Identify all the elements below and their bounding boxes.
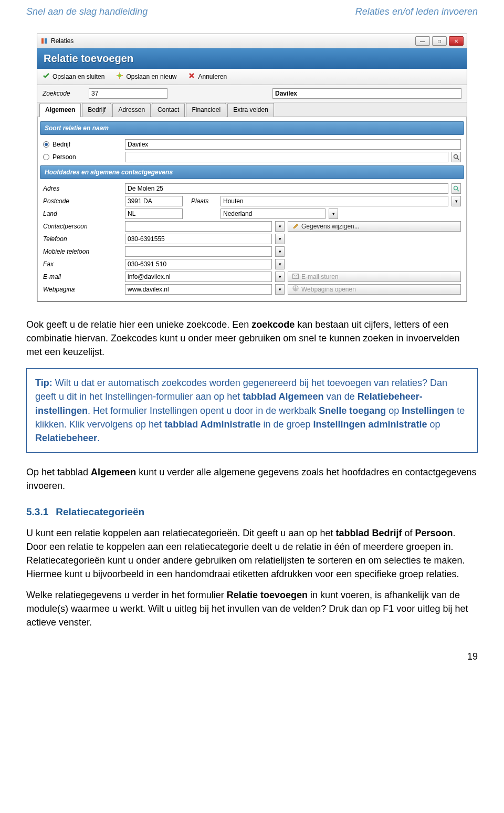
fax-dropdown[interactable]: ▾ [275,259,285,269]
radio-persoon-label: Persoon [52,153,76,161]
paragraph-modules: Welke relatiegegevens u verder in het fo… [26,588,478,629]
plaats-input[interactable] [220,196,448,206]
mail-icon [292,273,299,281]
tab-extra[interactable]: Extra velden [227,103,274,117]
globe-icon [292,285,299,294]
web-label: Webpagina [43,285,122,294]
adres-lookup-button[interactable] [452,183,461,194]
fax-label: Fax [43,260,122,268]
svg-rect-1 [45,38,47,44]
telefoon-input[interactable] [125,234,272,244]
maximize-button[interactable]: □ [432,36,447,46]
cancel-button[interactable]: Annuleren [188,72,227,81]
tab-algemeen[interactable]: Algemeen [39,103,81,117]
svg-line-6 [457,190,459,191]
email-send-label: E-mail sturen [301,273,339,281]
row-persoon: Persoon [40,151,464,163]
minimize-button[interactable]: — [415,36,430,46]
titlebar: Relaties — □ ✕ [37,34,467,48]
window-title: Relaties [51,37,74,45]
telefoon-label: Telefoon [43,235,122,243]
email-input[interactable] [125,272,272,282]
radio-persoon[interactable] [43,154,49,160]
postcode-label: Postcode [43,197,122,205]
postcode-input[interactable] [125,196,183,206]
tab-bedrijf[interactable]: Bedrijf [82,103,111,117]
section-heading: 5.3.1 Relatiecategorieën [26,505,478,519]
paragraph-algemeen: Op het tabblad Algemeen kunt u verder al… [26,465,478,493]
paragraph-categorieen: U kunt een relatie koppelen aan relatiec… [26,526,478,581]
row-telefoon: Telefoon ▾ [40,233,464,245]
mobiel-input[interactable] [125,246,272,257]
contact-dropdown[interactable]: ▾ [275,221,285,232]
adres-label: Adres [43,184,122,193]
plaats-label: Plaats [186,197,217,205]
email-send-button[interactable]: E-mail sturen [288,272,461,282]
check-icon [43,72,50,81]
web-input[interactable] [125,284,272,295]
persoon-name-input[interactable] [125,152,448,162]
page-number: 19 [26,650,478,663]
row-email: E-mail ▾ E-mail sturen [40,270,464,283]
row-land: Land ▾ [40,207,464,220]
row-mobiel: Mobiele telefoon ▾ [40,245,464,258]
web-open-button[interactable]: Webpagina openen [288,284,461,295]
row-web: Webpagina ▾ Webpagina openen [40,283,464,296]
cancel-label: Annuleren [198,72,227,81]
pencil-icon [292,222,299,231]
zoekcode-name-input[interactable] [272,88,461,99]
svg-point-3 [454,154,458,158]
email-dropdown[interactable]: ▾ [275,272,285,282]
row-fax: Fax ▾ [40,258,464,270]
app-window: Relaties — □ ✕ Relatie toevoegen Opslaan… [37,34,467,302]
svg-point-2 [118,74,121,77]
telefoon-dropdown[interactable]: ▾ [275,234,285,244]
land-label: Land [43,210,122,218]
gegevens-label: Gegevens wijzigen... [301,222,360,231]
tab-contact[interactable]: Contact [152,103,185,117]
contact-input[interactable] [125,221,272,232]
land-dropdown[interactable]: ▾ [329,209,338,219]
zoekcode-label: Zoekcode [43,89,85,98]
save-new-button[interactable]: Opslaan en nieuw [116,72,176,81]
paragraph-zoekcode: Ook geeft u de relatie hier een unieke z… [26,318,478,359]
mobiel-dropdown[interactable]: ▾ [275,246,285,257]
section-hoofdadres: Hoofdadres en algemene contactgegevens [40,165,464,179]
persoon-lookup-button[interactable] [452,152,461,162]
tab-adressen[interactable]: Adressen [112,103,151,117]
save-new-label: Opslaan en nieuw [126,72,176,81]
bedrijf-name-input[interactable] [125,139,461,150]
row-bedrijf: Bedrijf [40,138,464,151]
radio-bedrijf[interactable] [43,141,49,148]
section-number: 5.3.1 [26,505,48,519]
tab-financieel[interactable]: Financieel [186,103,226,117]
plaats-dropdown[interactable]: ▾ [452,196,461,206]
close-button[interactable]: ✕ [449,36,464,46]
fax-input[interactable] [125,259,272,269]
row-contactpersoon: Contactpersoon ▾ Gegevens wijzigen... [40,220,464,233]
header-left: Snel aan de slag handleiding [26,5,148,18]
section-title: Relatiecategorieën [56,505,144,519]
row-adres: Adres [40,182,464,195]
web-open-label: Webpagina openen [301,285,356,294]
land-code-input[interactable] [125,209,183,219]
save-close-button[interactable]: Opslaan en sluiten [43,72,104,81]
tip-head: Tip: [35,378,52,388]
zoekcode-input[interactable] [89,88,167,99]
email-label: E-mail [43,273,122,281]
svg-line-4 [457,158,459,160]
contact-label: Contactpersoon [43,222,122,231]
header-right: Relaties en/of leden invoeren [355,5,478,18]
web-dropdown[interactable]: ▾ [275,284,285,295]
cancel-icon [188,72,195,81]
gegevens-wijzigen-button[interactable]: Gegevens wijzigen... [288,221,461,232]
land-name-input[interactable] [220,209,326,219]
tip-box: Tip: Wilt u dat er automatisch zoekcodes… [26,368,478,452]
adres-input[interactable] [125,183,448,194]
zoekcode-row: Zoekcode [37,85,467,102]
mobiel-label: Mobiele telefoon [43,247,122,256]
doc-header: Snel aan de slag handleiding Relaties en… [26,5,478,18]
save-close-label: Opslaan en sluiten [52,72,104,81]
dialog-banner: Relatie toevoegen [37,48,467,69]
svg-rect-0 [41,38,44,44]
